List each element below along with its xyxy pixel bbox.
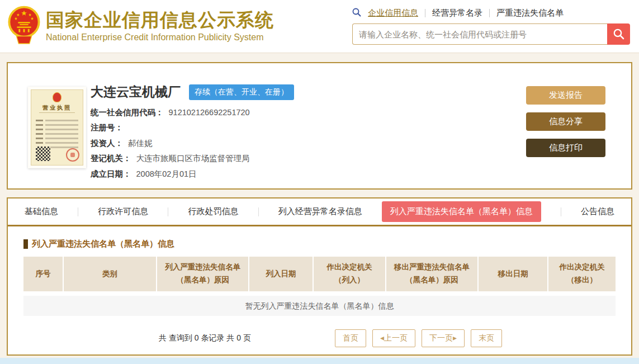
license-emblem-icon bbox=[53, 92, 61, 102]
status-badge: 存续（在营、开业、在册） bbox=[189, 84, 294, 100]
nav-link-abnormal-operations[interactable]: 经营异常名录 bbox=[432, 8, 482, 18]
column-header-serial: 序号 bbox=[23, 257, 63, 291]
search-category-nav: 企业信用信息 经营异常名录 严重违法失信名单 bbox=[352, 8, 630, 18]
license-divider bbox=[39, 112, 75, 113]
tab-administrative-licensing[interactable]: 行政许可信息 bbox=[98, 206, 148, 217]
tab-separator bbox=[561, 207, 561, 216]
license-line bbox=[36, 129, 78, 130]
company-summary-card: 营业执照 大连云宝机械 bbox=[7, 62, 632, 190]
search-row bbox=[352, 23, 630, 45]
license-qr-code bbox=[36, 146, 50, 161]
company-name-row: 大连云宝机械厂 存续（在营、开业、在册） bbox=[91, 83, 294, 101]
field-label: 注册号： bbox=[91, 123, 123, 133]
nav-link-serious-violations[interactable]: 严重违法失信名单 bbox=[496, 8, 564, 18]
next-page-button[interactable]: 下一页▸ bbox=[422, 329, 465, 347]
send-report-button[interactable]: 发送报告 bbox=[526, 86, 605, 105]
business-license-thumbnail: 营业执照 bbox=[28, 87, 86, 168]
field-value: 2008年02月01日 bbox=[136, 169, 197, 179]
national-emblem-logo bbox=[8, 6, 40, 47]
column-header-listing-reason: 列入严重违法失信名单（黑名单）原因 bbox=[156, 257, 248, 291]
search-button[interactable] bbox=[607, 23, 630, 45]
license-line bbox=[36, 138, 78, 139]
license-line bbox=[36, 120, 78, 121]
previous-page-button[interactable]: ◂上一页 bbox=[372, 329, 415, 347]
field-label: 成立日期： bbox=[91, 169, 131, 179]
nav-separator bbox=[489, 9, 490, 17]
records-summary: 共 查询到 0 条记录 共 0 页 bbox=[159, 333, 251, 343]
license-line bbox=[36, 124, 78, 126]
site-titles: 国家企业信用信息公示系统 National Enterprise Credit … bbox=[46, 10, 274, 42]
main-content: 营业执照 大连云宝机械 bbox=[0, 62, 639, 356]
license-title: 营业执照 bbox=[31, 104, 83, 112]
site-header: 国家企业信用信息公示系统 National Enterprise Credit … bbox=[0, 0, 639, 53]
field-investor: 投资人： 郝佳妮 bbox=[91, 139, 294, 148]
field-label: 统一社会信用代码： bbox=[91, 108, 164, 117]
business-license-image: 营业执照 bbox=[31, 89, 83, 166]
company-info: 大连云宝机械厂 存续（在营、开业、在册） 统一社会信用代码： 912102126… bbox=[91, 83, 294, 179]
tab-separator bbox=[78, 207, 78, 216]
tab-administrative-penalty[interactable]: 行政处罚信息 bbox=[188, 206, 238, 217]
last-page-button[interactable]: 末页 bbox=[471, 329, 502, 347]
nav-separator bbox=[425, 9, 425, 17]
tab-content: 列入严重违法失信名单（黑名单）信息 序号 类别 列入严重违法失信名单（黑名单）原… bbox=[8, 226, 631, 347]
field-establishment-date: 成立日期： 2008年02月01日 bbox=[91, 169, 294, 179]
column-header-removal-date: 移出日期 bbox=[477, 257, 547, 291]
field-value: 郝佳妮 bbox=[128, 139, 153, 148]
pagination-buttons: 首页 ◂上一页 下一页▸ 末页 bbox=[335, 329, 502, 347]
page: 国家企业信用信息公示系统 National Enterprise Credit … bbox=[0, 0, 639, 364]
field-value: 912102126692251720 bbox=[169, 108, 250, 117]
table-header-row: 序号 类别 列入严重违法失信名单（黑名单）原因 列入日期 作出决定机关（列入） … bbox=[23, 257, 616, 291]
table-empty-message: 暂无列入严重违法失信名单（黑名单）信息 bbox=[23, 296, 616, 316]
field-label: 登记机关： bbox=[91, 154, 131, 163]
field-credit-code: 统一社会信用代码： 912102126692251720 bbox=[91, 108, 294, 117]
nav-link-enterprise-credit[interactable]: 企业信用信息 bbox=[368, 8, 418, 18]
share-info-button[interactable]: 信息分享 bbox=[526, 112, 605, 131]
section-title: 列入严重违法失信名单（黑名单）信息 bbox=[32, 239, 174, 249]
site-title: 国家企业信用信息公示系统 bbox=[46, 10, 274, 30]
section-title-row: 列入严重违法失信名单（黑名单）信息 bbox=[23, 239, 616, 249]
pagination: 共 查询到 0 条记录 共 0 页 首页 ◂上一页 下一页▸ 末页 bbox=[23, 329, 616, 347]
site-subtitle: National Enterprise Credit Information P… bbox=[46, 32, 274, 42]
company-name: 大连云宝机械厂 bbox=[91, 83, 181, 101]
first-page-button[interactable]: 首页 bbox=[335, 329, 366, 347]
print-info-button[interactable]: 信息打印 bbox=[526, 139, 605, 157]
license-text-lines bbox=[36, 117, 78, 148]
tab-serious-violations-blacklist[interactable]: 列入严重违法失信名单（黑名单）信息 bbox=[382, 201, 541, 222]
field-value: 大连市旅顺口区市场监督管理局 bbox=[136, 154, 250, 163]
field-registration-number: 注册号： bbox=[91, 123, 294, 133]
tab-bar: 基础信息 行政许可信息 行政处罚信息 列入经营异常名录信息 列入严重违法失信名单… bbox=[8, 198, 631, 226]
field-registration-authority: 登记机关： 大连市旅顺口区市场监督管理局 bbox=[91, 154, 294, 163]
tab-separator bbox=[258, 207, 259, 216]
column-header-listing-authority: 作出决定机关（列入） bbox=[313, 257, 385, 291]
column-header-removal-reason: 移出严重违法失信名单（黑名单）原因 bbox=[385, 257, 477, 291]
column-header-listing-date: 列入日期 bbox=[248, 257, 312, 291]
license-line bbox=[36, 142, 78, 144]
company-fields: 统一社会信用代码： 912102126692251720 注册号： 投资人： 郝… bbox=[91, 108, 294, 179]
footer-strip bbox=[0, 358, 639, 364]
tab-basic-info[interactable]: 基础信息 bbox=[25, 206, 58, 217]
tab-abnormal-operations-list[interactable]: 列入经营异常名录信息 bbox=[278, 206, 362, 217]
license-line bbox=[36, 133, 78, 135]
field-label: 投资人： bbox=[91, 139, 123, 148]
tab-separator bbox=[168, 207, 168, 216]
company-actions: 发送报告 信息分享 信息打印 bbox=[526, 86, 605, 157]
header-search-area: 企业信用信息 经营异常名录 严重违法失信名单 bbox=[352, 8, 630, 45]
search-category-icon bbox=[352, 8, 361, 18]
license-red-seal bbox=[66, 148, 79, 162]
search-input[interactable] bbox=[352, 23, 607, 45]
detail-tabs-card: 基础信息 行政许可信息 行政处罚信息 列入经营异常名录信息 列入严重违法失信名单… bbox=[7, 197, 632, 356]
tab-announcements[interactable]: 公告信息 bbox=[581, 206, 614, 217]
section-title-marker bbox=[23, 239, 28, 249]
column-header-removal-authority: 作出决定机关（移出） bbox=[547, 257, 616, 291]
column-header-category: 类别 bbox=[63, 257, 156, 291]
